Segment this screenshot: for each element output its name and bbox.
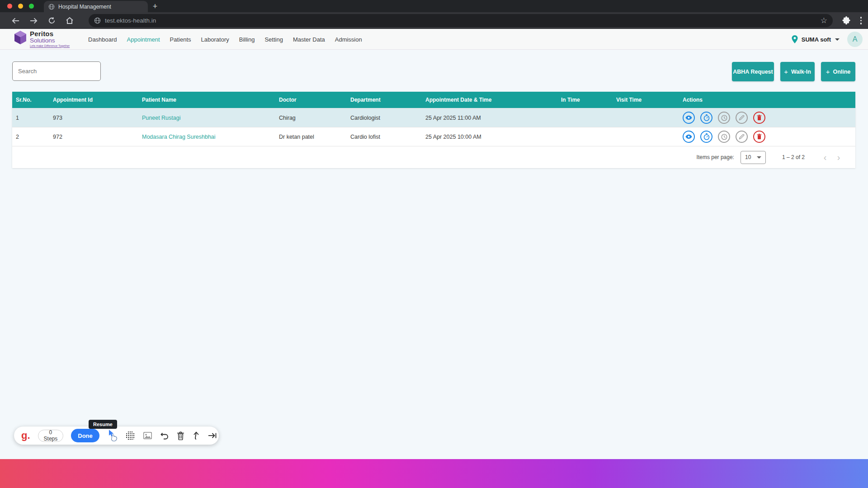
nav-item-admission[interactable]: Admission [335, 36, 362, 43]
cell-department: Cardio lofist [350, 134, 425, 140]
agent-logo: g. [21, 431, 30, 441]
bookmark-star-icon[interactable]: ☆ [821, 16, 827, 25]
edit-pencil-icon[interactable] [736, 112, 748, 124]
agent-toolbar: g. 0 Steps Done [14, 427, 219, 445]
patient-name-link[interactable]: Modasara Chirag Sureshbhai [142, 134, 279, 140]
undo-icon[interactable] [160, 430, 169, 441]
site-info-globe-icon[interactable] [94, 17, 101, 24]
nav-item-laboratory[interactable]: Laboratory [201, 36, 229, 43]
logo-name: Peritos [30, 30, 70, 37]
reload-button[interactable] [42, 15, 61, 27]
window-minimize-button[interactable] [18, 4, 23, 9]
col-visit-time: Visit Time [616, 97, 683, 103]
logo-subtitle: Solutions [30, 38, 70, 44]
cell-srno: 1 [16, 115, 53, 121]
done-button[interactable]: Done [71, 429, 99, 442]
blur-halftone-icon[interactable] [126, 430, 135, 441]
visit-clock-icon[interactable] [718, 112, 730, 124]
extensions-puzzle-icon[interactable] [841, 16, 851, 26]
items-per-page-value: 10 [745, 154, 751, 160]
view-eye-icon[interactable] [683, 131, 695, 143]
cell-srno: 2 [16, 134, 53, 140]
skip-to-end-icon[interactable] [208, 430, 217, 441]
user-avatar[interactable]: A [847, 32, 863, 47]
visit-clock-icon[interactable] [718, 131, 730, 143]
peritos-cube-icon [14, 30, 27, 46]
col-appointment-datetime: Appointment Date & Time [425, 97, 561, 103]
gradient-footer-bar [0, 459, 868, 488]
resume-tooltip: Resume [89, 420, 117, 429]
resume-hand-cursor-icon[interactable] [107, 430, 118, 441]
browser-tab[interactable]: Hospital Management [44, 1, 148, 12]
in-time-stopwatch-icon[interactable] [700, 112, 712, 124]
select-caret-down-icon [757, 156, 761, 159]
cell-datetime: 25 Apr 2025 10:00 AM [425, 134, 561, 140]
col-department: Department [350, 97, 425, 103]
col-srno: Sr.No. [16, 97, 53, 103]
row-actions [683, 112, 855, 124]
online-label: Online [833, 69, 850, 75]
table-row[interactable]: 1 973 Puneet Rustagi Chirag Cardiologist… [12, 108, 855, 127]
in-time-stopwatch-icon[interactable] [700, 131, 712, 143]
back-button[interactable] [6, 15, 24, 27]
pagination-range: 1 – 2 of 2 [782, 154, 805, 160]
browser-menu-icon[interactable] [858, 17, 865, 24]
location-pin-icon [791, 35, 798, 44]
org-caret-down-icon[interactable] [835, 38, 840, 41]
steps-counter-button[interactable]: 0 Steps [38, 430, 64, 442]
logo-tagline: Lets make Difference Together [30, 45, 70, 48]
table-row[interactable]: 2 972 Modasara Chirag Sureshbhai Dr keta… [12, 127, 855, 146]
new-tab-button[interactable]: + [149, 1, 161, 12]
nav-item-patients[interactable]: Patients [170, 36, 191, 43]
home-button[interactable] [61, 15, 79, 27]
upload-arrow-icon[interactable] [192, 430, 200, 441]
cell-doctor: Dr ketan patel [279, 134, 350, 140]
table-pagination: Items per page: 10 1 – 2 of 2 ‹ › [12, 146, 855, 168]
nav-item-billing[interactable]: Billing [239, 36, 255, 43]
items-per-page-select[interactable]: 10 [741, 151, 766, 164]
walk-in-button[interactable]: + Walk-In [780, 62, 815, 81]
table-header-row: Sr.No. Appointment Id Patient Name Docto… [12, 92, 855, 108]
url-text[interactable]: test.ektos-health.in [105, 17, 821, 24]
delete-trash-icon[interactable] [753, 112, 765, 124]
cell-doctor: Chirag [279, 115, 350, 121]
walk-in-label: Walk-In [791, 69, 811, 75]
globe-favicon [48, 4, 55, 10]
abha-request-button[interactable]: ABHA Request [732, 62, 774, 81]
screenshot-image-icon[interactable] [143, 430, 152, 441]
col-appointment-id: Appointment Id [53, 97, 142, 103]
next-page-icon[interactable]: › [832, 152, 845, 163]
window-close-button[interactable] [7, 4, 12, 9]
app-header: Peritos Solutions Lets make Difference T… [0, 29, 868, 50]
row-actions [683, 131, 855, 143]
main-nav: Dashboard Appointment Patients Laborator… [88, 29, 362, 50]
app-logo[interactable]: Peritos Solutions Lets make Difference T… [14, 30, 70, 47]
nav-item-appointment[interactable]: Appointment [127, 36, 160, 43]
previous-page-icon[interactable]: ‹ [818, 152, 832, 163]
delete-trash-icon[interactable] [753, 131, 765, 143]
online-button[interactable]: + Online [821, 62, 855, 81]
nav-item-dashboard[interactable]: Dashboard [88, 36, 117, 43]
browser-tab-strip: Hospital Management + [0, 0, 868, 12]
forward-button[interactable] [24, 15, 42, 27]
plus-icon: + [826, 68, 830, 75]
trash-icon[interactable] [177, 430, 184, 441]
org-selector-label[interactable]: SUMA soft [802, 36, 831, 43]
col-actions: Actions [683, 97, 855, 103]
abha-request-label: ABHA Request [733, 69, 773, 75]
window-maximize-button[interactable] [29, 4, 34, 9]
cell-datetime: 25 Apr 2025 11:00 AM [425, 115, 561, 121]
address-bar[interactable]: test.ektos-health.in ☆ [89, 14, 833, 27]
col-doctor: Doctor [279, 97, 350, 103]
cell-appointment-id: 972 [53, 134, 142, 140]
tab-title: Hospital Management [58, 4, 111, 10]
edit-pencil-icon[interactable] [736, 131, 748, 143]
search-box [12, 61, 101, 81]
nav-item-master-data[interactable]: Master Data [293, 36, 325, 43]
nav-item-setting[interactable]: Setting [264, 36, 283, 43]
search-input[interactable] [18, 68, 98, 75]
patient-name-link[interactable]: Puneet Rustagi [142, 115, 279, 121]
appointments-table: Sr.No. Appointment Id Patient Name Docto… [12, 92, 855, 168]
items-per-page-label: Items per page: [697, 154, 734, 160]
view-eye-icon[interactable] [683, 112, 695, 124]
